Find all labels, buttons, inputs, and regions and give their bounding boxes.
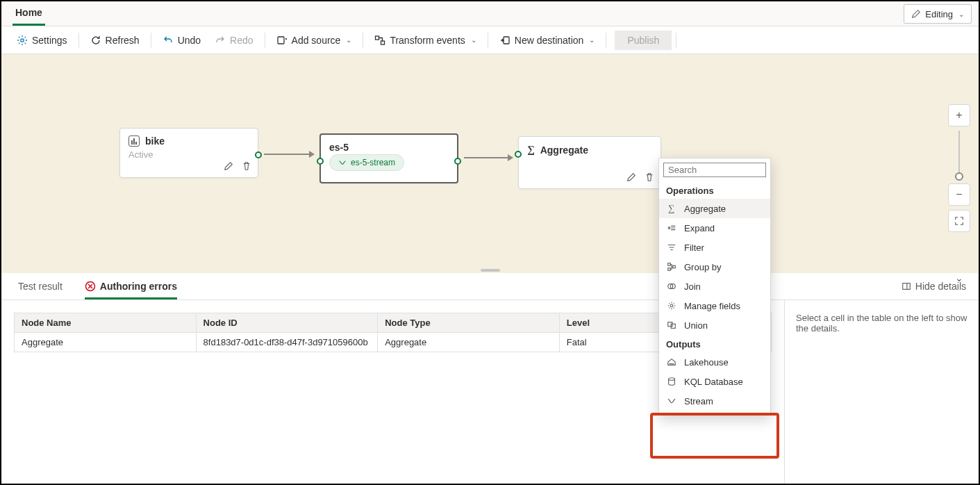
- separator: [676, 33, 676, 48]
- transform-label: Transform events: [390, 35, 465, 46]
- add-source-icon: [276, 35, 288, 46]
- node-bike[interactable]: bike Active: [119, 128, 258, 178]
- detail-message: Select a cell in the table on the left t…: [796, 313, 967, 334]
- stream-icon: [666, 395, 677, 406]
- separator: [151, 33, 151, 48]
- output-port[interactable]: [454, 158, 461, 165]
- undo-label: Undo: [178, 35, 201, 46]
- section-outputs: Outputs: [659, 335, 770, 352]
- filter-icon: [666, 242, 677, 253]
- transform-button[interactable]: Transform events ⌄: [367, 31, 483, 50]
- redo-label: Redo: [230, 35, 253, 46]
- node-title: bike: [145, 135, 165, 147]
- svg-rect-1: [278, 37, 284, 44]
- svg-point-16: [669, 378, 675, 381]
- add-source-button[interactable]: Add source ⌄: [269, 31, 359, 50]
- out-stream[interactable]: Stream: [659, 391, 770, 411]
- new-destination-button[interactable]: New destination ⌄: [492, 31, 602, 50]
- svg-rect-8: [668, 263, 671, 266]
- redo-icon: [215, 35, 226, 46]
- input-port[interactable]: [515, 151, 522, 158]
- col-node-name[interactable]: Node Name: [15, 313, 197, 333]
- destination-icon: [499, 35, 510, 46]
- tab-home[interactable]: Home: [13, 1, 45, 26]
- mode-dropdown[interactable]: Editing ⌄: [904, 4, 972, 24]
- refresh-button[interactable]: Refresh: [83, 31, 147, 50]
- col-node-id[interactable]: Node ID: [196, 313, 378, 333]
- cell-id[interactable]: 8fd183d7-0d1c-df38-d47f-3d971059600b: [196, 333, 378, 352]
- zoom-in-button[interactable]: +: [948, 104, 970, 126]
- svg-point-7: [668, 227, 670, 229]
- delete-icon[interactable]: [642, 170, 656, 184]
- new-destination-label: New destination: [515, 35, 584, 46]
- undo-icon: [163, 35, 174, 46]
- zoom-slider[interactable]: [958, 131, 960, 179]
- separator: [265, 33, 265, 48]
- chart-icon: [128, 135, 140, 147]
- tab-bar: Home: [1, 1, 979, 26]
- transform-icon: [374, 35, 385, 46]
- tab-authoring-errors[interactable]: Authoring errors: [85, 281, 177, 299]
- svg-rect-3: [381, 41, 385, 44]
- svg-rect-2: [376, 36, 379, 40]
- zoom-thumb[interactable]: [955, 172, 963, 181]
- lakehouse-icon: [666, 356, 677, 368]
- edit-icon[interactable]: [222, 159, 235, 173]
- node-aggregate[interactable]: ∑ Aggregate: [518, 136, 661, 189]
- edge: [464, 157, 513, 158]
- settings-button[interactable]: Settings: [10, 31, 74, 50]
- col-node-type[interactable]: Node Type: [378, 313, 560, 333]
- tab-test-result[interactable]: Test result: [18, 281, 63, 299]
- sigma-icon: ∑: [666, 203, 677, 214]
- operations-popover: Operations ∑Aggregate Expand Filter Grou…: [658, 158, 771, 416]
- manage-icon: [666, 300, 677, 311]
- delete-icon[interactable]: [240, 159, 254, 173]
- svg-rect-6: [903, 283, 911, 290]
- section-operations: Operations: [659, 181, 770, 199]
- op-filter[interactable]: Filter: [659, 238, 770, 257]
- canvas[interactable]: bike Active es-5 es-5-stream ∑ Aggregate: [1, 54, 979, 273]
- cell-name[interactable]: Aggregate: [15, 333, 197, 352]
- op-expand[interactable]: Expand: [659, 218, 770, 238]
- svg-rect-9: [668, 268, 671, 271]
- search-input[interactable]: [663, 163, 766, 177]
- error-icon: [85, 281, 96, 292]
- op-manage-fields[interactable]: Manage fields: [659, 296, 770, 315]
- op-groupby[interactable]: Group by: [659, 257, 770, 277]
- table-row[interactable]: Aggregate 8fd183d7-0d1c-df38-d47f-3d9710…: [15, 333, 772, 352]
- input-port[interactable]: [317, 158, 324, 165]
- edge: [264, 154, 314, 155]
- out-kql[interactable]: KQL Database: [659, 372, 770, 391]
- stream-pill: es-5-stream: [329, 154, 404, 171]
- separator: [488, 33, 488, 48]
- edit-icon[interactable]: [624, 170, 638, 184]
- out-lakehouse[interactable]: Lakehouse: [659, 352, 770, 372]
- detail-pane: Select a cell in the table on the left t…: [784, 300, 979, 484]
- toolbar: Settings Refresh Undo Redo Add source ⌄ …: [1, 26, 979, 54]
- details-panel: Test result Authoring errors Hide detail…: [1, 274, 979, 484]
- join-icon: [666, 281, 677, 292]
- expand-icon: [666, 222, 677, 233]
- chevron-down-icon: ⌄: [589, 36, 595, 44]
- svg-rect-4: [504, 37, 509, 44]
- node-es5[interactable]: es-5 es-5-stream: [319, 133, 458, 183]
- op-union[interactable]: Union: [659, 315, 770, 335]
- collapse-icon: [902, 281, 911, 291]
- zoom-out-button[interactable]: −: [948, 183, 970, 206]
- op-join[interactable]: Join: [659, 277, 770, 296]
- node-title: Aggregate: [540, 145, 588, 156]
- svg-point-13: [670, 304, 673, 307]
- output-port[interactable]: [255, 151, 262, 158]
- resize-handle[interactable]: [481, 269, 500, 272]
- chevron-down-icon: ⌄: [471, 36, 476, 44]
- undo-button[interactable]: Undo: [156, 31, 208, 50]
- fit-screen-button[interactable]: [948, 210, 970, 232]
- separator: [78, 33, 79, 48]
- database-icon: [666, 376, 677, 387]
- op-aggregate[interactable]: ∑Aggregate: [659, 199, 770, 218]
- chevron-down-icon: ⌄: [346, 36, 351, 44]
- redo-button: Redo: [208, 31, 260, 50]
- hide-details-button[interactable]: Hide details ⌄: [902, 281, 966, 292]
- cell-type[interactable]: Aggregate: [378, 333, 560, 352]
- svg-point-0: [21, 38, 24, 41]
